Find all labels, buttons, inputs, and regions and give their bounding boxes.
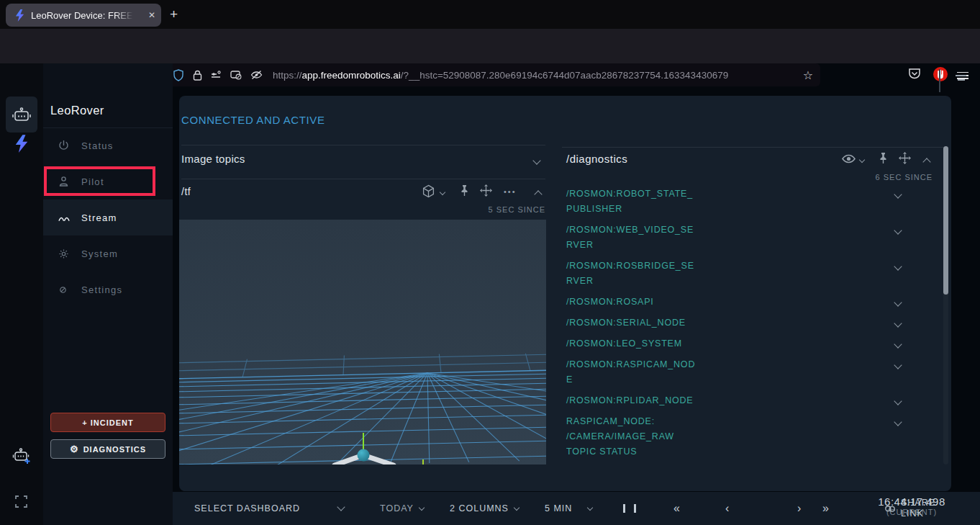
- sidebar-item-label: Status: [81, 140, 114, 151]
- robot-model: [335, 433, 423, 465]
- move-icon[interactable]: [480, 184, 492, 197]
- lightning-favicon: [14, 9, 25, 22]
- gear-icon: [58, 248, 70, 259]
- bookmark-star-icon[interactable]: ☆: [803, 68, 813, 82]
- move-icon[interactable]: [899, 152, 911, 164]
- interval-dropdown[interactable]: 5 MIN: [545, 492, 592, 525]
- select-dashboard-dropdown[interactable]: SELECT DASHBOARD: [194, 492, 344, 525]
- diagnostics-row[interactable]: /ROSMON:WEB_VIDEO_SE RVER: [566, 223, 901, 253]
- image-topics-label: Image topics: [181, 153, 245, 165]
- sidebar-item-stream[interactable]: Stream: [43, 199, 173, 235]
- stream-waves-icon: [58, 212, 70, 223]
- skip-forward-button[interactable]: »: [822, 492, 830, 525]
- tab-title: LeoRover Device: FREED: [31, 10, 133, 21]
- expand-chevron-icon[interactable]: [894, 340, 902, 348]
- bottom-bar: SELECT DASHBOARD TODAY 2 COLUMNS 5 MIN «…: [173, 492, 980, 525]
- date-range-label: TODAY: [380, 503, 414, 513]
- blocker-extension-icon[interactable]: [933, 66, 948, 82]
- eye-slash-icon[interactable]: [250, 70, 263, 80]
- pin-icon[interactable]: [459, 184, 470, 197]
- chevron-down-icon: [419, 504, 425, 510]
- eye-icon[interactable]: [841, 153, 856, 165]
- diagnostics-topic: /ROSMON:WEB_VIDEO_SE RVER: [566, 223, 719, 253]
- diagnostics-row[interactable]: /ROSMON:ROSAPI: [566, 295, 901, 310]
- sidebar-item-settings[interactable]: Settings: [43, 272, 173, 308]
- more-options-icon[interactable]: •••: [504, 187, 517, 196]
- expand-chevron-icon[interactable]: [894, 262, 902, 270]
- app-logo-lightning-icon: [14, 135, 30, 153]
- expand-chevron-icon[interactable]: [894, 418, 902, 426]
- expand-chevron-icon[interactable]: [894, 190, 902, 198]
- new-tab-button[interactable]: +: [170, 6, 178, 22]
- strip-divider: [939, 69, 940, 92]
- image-topics-dropdown[interactable]: Image topics: [181, 153, 545, 173]
- share-link-button[interactable]: SHARE LINK: [885, 492, 938, 525]
- expand-chevron-icon[interactable]: [894, 397, 902, 405]
- expand-chevron-icon[interactable]: [894, 319, 902, 327]
- url-scheme: https://: [273, 70, 302, 81]
- diagnostics-row[interactable]: /ROSMON:ROBOT_STATE_ PUBLISHER: [566, 187, 901, 217]
- pin-icon[interactable]: [878, 152, 889, 164]
- diagnostics-topic: /ROSMON:ROBOT_STATE_ PUBLISHER: [566, 187, 719, 217]
- diagnostics-row[interactable]: /ROSMON:RPLIDAR_NODE: [566, 393, 901, 408]
- diagnostics-row[interactable]: /ROSMON:SERIAL_NODE: [566, 315, 901, 331]
- link-icon: [885, 506, 895, 512]
- fullscreen-icon[interactable]: [15, 495, 27, 511]
- url-bar[interactable]: https://app.freedomrobotics.ai/?__hstc=5…: [161, 63, 820, 86]
- tab-close-icon[interactable]: ✕: [148, 10, 155, 20]
- lock-icon[interactable]: [193, 70, 202, 81]
- divider: [562, 147, 945, 148]
- tf-since-label: 5 SEC SINCE: [430, 205, 545, 214]
- sidebar-item-status[interactable]: Status: [43, 127, 173, 163]
- browser-tab[interactable]: LeoRover Device: FREED ✕: [6, 4, 161, 27]
- share-link-label: SHARE LINK: [901, 498, 938, 519]
- step-forward-button[interactable]: ›: [797, 492, 802, 525]
- tf-panel-title: /tf: [181, 186, 191, 197]
- pilot-annotation-box: [44, 166, 155, 196]
- url-host: app.freedomrobotics.ai: [302, 70, 401, 81]
- chevron-down-icon: [514, 504, 520, 510]
- autoplay-blocked-icon[interactable]: [230, 70, 242, 80]
- date-range-dropdown[interactable]: TODAY: [380, 492, 424, 525]
- columns-dropdown[interactable]: 2 COLUMNS: [450, 492, 519, 525]
- scrollbar-thumb[interactable]: [943, 146, 948, 295]
- diagnostics-list: /ROSMON:ROBOT_STATE_ PUBLISHER /ROSMON:W…: [566, 187, 901, 465]
- chevron-down-icon: [587, 504, 593, 510]
- diagnostics-row[interactable]: /ROSMON:LEO_SYSTEM: [566, 336, 901, 351]
- log-panel-toggle-icon[interactable]: [956, 75, 967, 84]
- cube-3d-icon[interactable]: [422, 184, 435, 198]
- add-robot-button[interactable]: [12, 447, 32, 468]
- diagnostics-button[interactable]: ⚙ DIAGNOSTICS: [50, 439, 165, 459]
- pocket-icon[interactable]: [908, 68, 921, 80]
- robot-icon: [12, 107, 32, 122]
- diagnostics-button-label: DIAGNOSTICS: [83, 445, 146, 454]
- connection-status-banner: CONNECTED AND ACTIVE: [181, 114, 325, 126]
- skip-back-button[interactable]: «: [673, 492, 681, 525]
- pause-button[interactable]: [622, 492, 638, 525]
- browser-toolbar: ← → ⟳ https://app.freedomrobotics.ai/?__…: [0, 29, 980, 63]
- expand-chevron-icon[interactable]: [894, 226, 902, 234]
- browser-tab-bar: LeoRover Device: FREED ✕ +: [0, 0, 980, 29]
- divider: [181, 145, 545, 145]
- columns-label: 2 COLUMNS: [450, 503, 509, 513]
- tf-3d-viewport[interactable]: [179, 220, 546, 465]
- diagnostics-row[interactable]: /ROSMON:RASPICAM_NOD E: [566, 357, 901, 387]
- incident-button[interactable]: + INCIDENT: [50, 413, 165, 432]
- diagnostics-panel-title: /diagnostics: [566, 153, 627, 165]
- sidebar-item-label: Settings: [81, 284, 122, 295]
- power-icon: [58, 140, 70, 151]
- expand-chevron-icon[interactable]: [894, 298, 902, 306]
- sidebar-item-system[interactable]: System: [43, 235, 173, 272]
- diagnostics-row[interactable]: RASPICAM_NODE: /CAMERA/IMAGE_RAW TOPIC S…: [566, 414, 901, 459]
- permissions-icon[interactable]: [211, 71, 222, 80]
- select-dashboard-label: SELECT DASHBOARD: [194, 503, 300, 513]
- sidebar-item-label: System: [81, 248, 118, 259]
- url-text: https://app.freedomrobotics.ai/?__hstc=5…: [273, 70, 789, 81]
- expand-chevron-icon[interactable]: [894, 361, 902, 369]
- step-back-button[interactable]: ‹: [725, 492, 730, 525]
- diagnostics-row[interactable]: /ROSMON:ROSBRIDGE_SE RVER: [566, 259, 901, 289]
- shield-icon[interactable]: [173, 69, 184, 81]
- device-button[interactable]: [6, 97, 37, 133]
- diagnostics-topic: /ROSMON:RASPICAM_NOD E: [566, 357, 719, 387]
- settings-icon: [58, 285, 70, 295]
